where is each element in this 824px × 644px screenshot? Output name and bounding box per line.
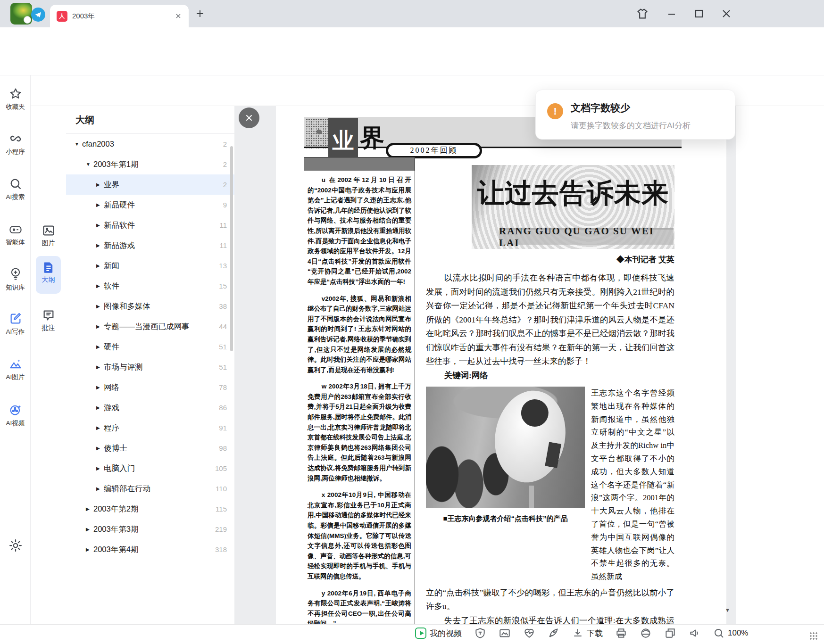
scroll-down-arrow[interactable]: ▼ xyxy=(725,607,730,613)
outline-item[interactable]: ▶ 2003年第3期 219 xyxy=(66,519,234,539)
download-manager-button[interactable]: 下载 xyxy=(572,627,603,639)
caret-icon[interactable]: ▶ xyxy=(96,385,104,390)
screenshot-icon[interactable] xyxy=(499,627,511,639)
sidebar-label: 小程序 xyxy=(0,148,31,156)
outline-item[interactable]: ▶ 新闻 13 xyxy=(66,256,234,276)
browser-nav-toolbar: AI AI读文档 file:///E:/I N 问问纳米 xyxy=(0,27,824,50)
caret-icon[interactable]: ▶ xyxy=(96,486,104,491)
theme-shirt-icon[interactable] xyxy=(636,7,649,20)
sidebar-item-miniprograms[interactable]: 小程序 xyxy=(0,132,31,156)
outline-scrollbar[interactable] xyxy=(230,146,233,351)
caret-icon[interactable]: ▶ xyxy=(96,202,104,207)
pdf-page: 业 界 2002年回顾 u 在2002年12月10日召开的“2002中国电子政务… xyxy=(276,106,726,624)
health-heart-icon[interactable] xyxy=(523,627,535,639)
rocket-icon[interactable] xyxy=(548,627,560,639)
my-videos-button[interactable]: 我的视频 xyxy=(415,627,462,639)
panel-tab-images[interactable]: 图片 xyxy=(31,224,66,248)
outline-item[interactable]: ▶ 编辑部在行动 110 xyxy=(66,479,234,499)
outline-item-page: 51 xyxy=(219,363,227,371)
panel-tab-annotations[interactable]: 批注 xyxy=(31,309,66,332)
maximize-button[interactable] xyxy=(692,7,706,20)
sidebar-item-ai-video[interactable]: AI视频 xyxy=(0,403,31,428)
caret-icon[interactable]: ▶ xyxy=(96,344,104,349)
speaker-icon[interactable] xyxy=(689,627,701,639)
annotation-bubble-icon xyxy=(42,309,55,322)
sidebar-item-ai-search[interactable]: AI搜索 xyxy=(0,177,31,201)
caret-icon[interactable]: ▶ xyxy=(96,364,104,370)
close-outline-button[interactable] xyxy=(239,107,259,128)
caret-icon[interactable]: ▶ xyxy=(96,324,104,329)
outline-item[interactable]: ▶ 网络 78 xyxy=(66,377,234,397)
resize-grip[interactable] xyxy=(809,632,818,640)
sidebar-item-agent[interactable]: 智能体 xyxy=(0,223,31,247)
caret-icon[interactable]: ▶ xyxy=(96,223,104,228)
outline-item[interactable]: ▶ 电脑入门 105 xyxy=(66,458,234,479)
sidebar-item-favorites[interactable]: 收藏夹 xyxy=(0,87,31,111)
telegram-icon[interactable] xyxy=(31,8,45,22)
caret-icon[interactable]: ▶ xyxy=(96,283,104,289)
caret-icon[interactable]: ▶ xyxy=(96,182,104,187)
close-window-button[interactable] xyxy=(720,7,733,20)
film-reel-icon xyxy=(8,403,23,417)
window-restore-icon[interactable] xyxy=(664,627,676,639)
outline-item-page: 13 xyxy=(219,262,227,270)
outline-item-page: 2 xyxy=(223,140,227,148)
timeline-box: u 在2002年12月10日召开的“2002中国电子政务技术与应用展览会”上记者… xyxy=(304,157,415,624)
outline-item[interactable]: ▶ 傻博士 98 xyxy=(66,438,234,458)
shield-icon[interactable] xyxy=(474,627,486,639)
ie-browser-icon[interactable] xyxy=(640,627,652,639)
caret-icon[interactable]: ▼ xyxy=(86,162,93,167)
caret-icon[interactable]: ▶ xyxy=(96,446,104,451)
mountains-image-icon xyxy=(9,357,22,371)
caret-icon[interactable]: ▶ xyxy=(86,506,93,512)
outline-item-page: 15 xyxy=(219,282,227,290)
outline-item[interactable]: ▶ 业界 2 xyxy=(66,174,234,195)
printer-icon[interactable] xyxy=(615,627,627,639)
minimize-button[interactable] xyxy=(665,7,678,20)
outline-item[interactable]: ▶ 程序 91 xyxy=(66,418,234,438)
outline-item-label: 游戏 xyxy=(104,403,119,413)
user-avatar[interactable] xyxy=(10,3,32,25)
outline-item[interactable]: ▶ 硬件 51 xyxy=(66,337,234,357)
notification-message: 请更换字数较多的文档进行AI分析 xyxy=(571,120,691,131)
outline-item[interactable]: ▶ 市场与评测 51 xyxy=(66,357,234,377)
outline-item[interactable]: ▶ 新品游戏 11 xyxy=(66,235,234,256)
caret-icon[interactable]: ▶ xyxy=(96,243,104,248)
sidebar-item-ai-writing[interactable]: AI写作 xyxy=(0,312,31,336)
page-zoom-indicator[interactable]: 100% xyxy=(713,627,748,639)
caret-icon[interactable]: ▶ xyxy=(96,466,104,471)
panel-tab-outline[interactable]: 大纲 xyxy=(31,261,66,284)
bottom-toolbar-items: 我的视频 下载 100% xyxy=(415,627,748,639)
caret-icon[interactable]: ▶ xyxy=(86,527,93,532)
outline-item[interactable]: ▼ 2003年第1期 2 xyxy=(66,154,234,174)
caret-icon[interactable]: ▶ xyxy=(96,425,104,430)
outline-item[interactable]: ▶ 2003年第4期 318 xyxy=(66,539,234,560)
outline-item-label: 专题——当漫画已成网事 xyxy=(104,322,190,332)
outline-item-label: cfan2003 xyxy=(82,140,114,149)
outline-item-label: 2003年第4期 xyxy=(93,545,138,555)
caret-icon[interactable]: ▼ xyxy=(75,141,82,147)
outline-item-page: 86 xyxy=(219,404,227,412)
outline-item[interactable]: ▶ 新品软件 11 xyxy=(66,215,234,235)
caret-icon[interactable]: ▶ xyxy=(96,405,104,410)
caret-icon[interactable]: ▶ xyxy=(96,263,104,268)
outline-item[interactable]: ▶ 软件 15 xyxy=(66,276,234,296)
new-tab-button[interactable] xyxy=(194,8,206,19)
outline-item[interactable]: ▶ 2003年第2期 115 xyxy=(66,499,234,519)
browser-tab[interactable]: 人 2003年 xyxy=(50,5,189,27)
outline-item[interactable]: ▶ 图像和多媒体 38 xyxy=(66,296,234,316)
outline-item-label: 2003年第2期 xyxy=(93,504,138,514)
caret-icon[interactable]: ▶ xyxy=(86,547,93,552)
outline-item-label: 新品软件 xyxy=(104,220,135,231)
outline-item-page: 105 xyxy=(215,464,227,472)
outline-item[interactable]: ▶ 游戏 86 xyxy=(66,397,234,418)
sidebar-item-knowledge[interactable]: 知识库 xyxy=(0,267,31,292)
notification-title: 文档字数较少 xyxy=(571,101,630,115)
sidebar-item-ai-image[interactable]: AI图片 xyxy=(0,357,31,381)
outline-item[interactable]: ▶ 专题——当漫画已成网事 44 xyxy=(66,316,234,337)
settings-gear-icon[interactable] xyxy=(8,538,23,553)
tab-close-icon[interactable] xyxy=(175,12,182,20)
caret-icon[interactable]: ▶ xyxy=(96,304,104,309)
outline-item[interactable]: ▶ 新品硬件 9 xyxy=(66,195,234,215)
outline-item[interactable]: ▼ cfan2003 2 xyxy=(66,134,234,154)
